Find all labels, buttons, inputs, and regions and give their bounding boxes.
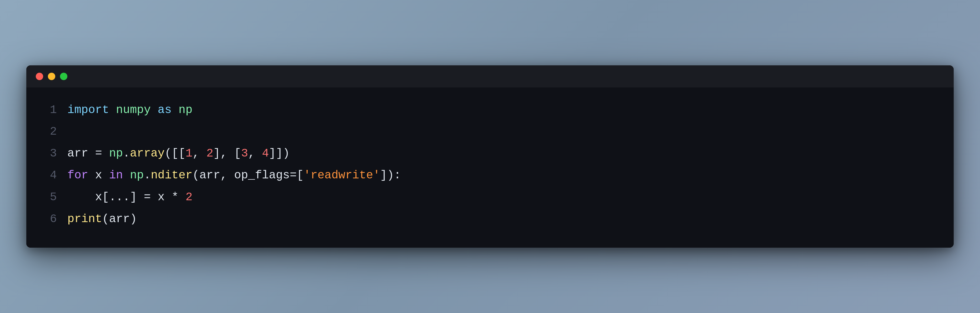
line-number-3: 3	[41, 144, 57, 163]
code-window: 1 import numpy as np 2 3 arr = np.array(…	[26, 65, 954, 248]
line-number-1: 1	[41, 100, 57, 120]
code-line-6: 6 print(arr)	[41, 209, 939, 229]
code-line-3: 3 arr = np.array([[1, 2], [3, 4]])	[41, 144, 939, 163]
code-content-3: arr = np.array([[1, 2], [3, 4]])	[67, 144, 290, 163]
maximize-button[interactable]	[60, 73, 67, 80]
line-number-2: 2	[41, 122, 57, 142]
titlebar	[26, 65, 954, 88]
code-content-2	[67, 122, 74, 142]
code-editor: 1 import numpy as np 2 3 arr = np.array(…	[26, 88, 954, 248]
code-line-1: 1 import numpy as np	[41, 100, 939, 120]
code-content-1: import numpy as np	[67, 100, 192, 120]
minimize-button[interactable]	[48, 73, 55, 80]
line-number-6: 6	[41, 209, 57, 229]
line-number-4: 4	[41, 166, 57, 185]
code-line-2: 2	[41, 122, 939, 142]
code-line-4: 4 for x in np.nditer(arr, op_flags=['rea…	[41, 166, 939, 185]
code-line-5: 5 x[...] = x * 2	[41, 187, 939, 207]
code-content-4: for x in np.nditer(arr, op_flags=['readw…	[67, 166, 401, 185]
code-content-6: print(arr)	[67, 209, 137, 229]
close-button[interactable]	[36, 73, 43, 80]
line-number-5: 5	[41, 187, 57, 207]
code-content-5: x[...] = x * 2	[67, 187, 192, 207]
